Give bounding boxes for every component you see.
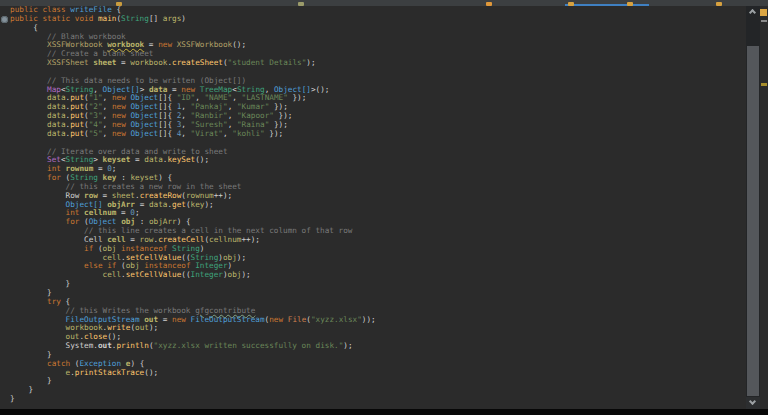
code-token: } xyxy=(10,350,52,359)
vertical-scrollbar[interactable] xyxy=(746,6,760,409)
code-token: "4" xyxy=(89,120,103,129)
scroll-down-button[interactable] xyxy=(746,397,760,409)
code-token: "Ranbir" xyxy=(191,111,228,120)
code-token: String xyxy=(191,253,219,262)
code-token: Object xyxy=(130,129,158,138)
code-token: { xyxy=(112,5,121,14)
code-token: data xyxy=(149,85,168,94)
code-token: setCellValue xyxy=(126,253,182,262)
code-token: ); xyxy=(343,341,352,350)
code-token: put xyxy=(70,129,84,138)
code-token: , xyxy=(228,120,237,129)
code-token: String xyxy=(70,173,98,182)
code-token: new xyxy=(112,102,131,111)
code-token: out xyxy=(98,341,112,350)
code-token: FileOutputStream xyxy=(10,315,144,324)
code-token: write xyxy=(107,323,130,332)
code-token: Integer xyxy=(195,261,227,270)
code-token: String xyxy=(121,14,149,23)
code-token: else if xyxy=(10,261,121,270)
code-token: "2" xyxy=(89,102,103,111)
code-token: { xyxy=(66,297,71,306)
scroll-up-button[interactable] xyxy=(746,6,760,18)
code-token: ); xyxy=(306,58,315,67)
code-token: > xyxy=(93,155,102,164)
code-token: new xyxy=(181,85,200,94)
code-token: obj xyxy=(126,261,140,270)
code-line: XSSFSheet sheet = workbook.createSheet("… xyxy=(10,59,746,68)
run-method-gutter-icon[interactable] xyxy=(1,16,8,23)
code-token: }); xyxy=(265,129,284,138)
code-token: // This data needs to be written (Object… xyxy=(10,76,246,85)
code-token: = xyxy=(93,164,107,173)
code-token: , xyxy=(232,93,241,102)
code-token: rownum xyxy=(186,191,214,200)
code-token: = xyxy=(144,40,158,49)
code-token: }); xyxy=(288,93,307,102)
warning-stripe-mark[interactable] xyxy=(761,83,767,86)
code-token: data xyxy=(10,120,66,129)
code-token: int xyxy=(10,208,84,217)
code-token: (( xyxy=(181,270,190,279)
code-token: cellnum xyxy=(84,208,116,217)
code-line: } xyxy=(10,386,746,395)
code-token: []{ xyxy=(158,129,177,138)
code-token: createCell xyxy=(158,235,204,244)
code-token: Object xyxy=(130,111,158,120)
code-token: = xyxy=(116,208,130,217)
code-token: Object[] xyxy=(103,85,140,94)
code-token: workbook xyxy=(130,58,167,67)
code-token: (); xyxy=(144,368,158,377)
code-token: ) { xyxy=(158,173,172,182)
code-token: "NAME" xyxy=(204,93,232,102)
code-token: obj xyxy=(223,253,237,262)
inspections-indicator-icon[interactable] xyxy=(760,9,767,16)
code-token: createSheet xyxy=(172,58,223,67)
code-token: sheet xyxy=(112,191,135,200)
code-token: = xyxy=(135,200,149,209)
code-token: Object[] xyxy=(274,85,311,94)
code-token: Integer xyxy=(191,270,223,279)
code-area[interactable]: public class writeFile {public static vo… xyxy=(0,6,746,409)
scrollbar-thumb[interactable] xyxy=(747,46,759,396)
code-token: "3" xyxy=(89,111,103,120)
code-token: ++); xyxy=(214,191,233,200)
code-token: ) xyxy=(228,261,233,270)
code-token: out xyxy=(144,315,158,324)
code-token: put xyxy=(70,120,84,129)
code-token: > xyxy=(140,85,149,94)
code-token: "Kumar" xyxy=(237,102,269,111)
chevron-up-icon xyxy=(749,9,756,16)
error-stripe[interactable] xyxy=(760,6,768,409)
code-token: } xyxy=(10,279,70,288)
code-token: println xyxy=(116,341,148,350)
code-token: , xyxy=(103,102,112,111)
code-token: "Suresh" xyxy=(191,120,228,129)
code-token: = xyxy=(116,58,130,67)
code-token: obj xyxy=(103,244,117,253)
code-token: , xyxy=(223,129,232,138)
code-token: obj xyxy=(121,217,135,226)
code-token: String xyxy=(66,85,94,94)
code-token: new xyxy=(172,315,191,324)
code-token: = xyxy=(158,315,172,324)
code-token: keySet xyxy=(167,155,195,164)
code-token: = xyxy=(98,191,112,200)
code-token: new xyxy=(112,93,131,102)
code-token: = xyxy=(167,85,181,94)
code-token: sheet xyxy=(93,58,116,67)
code-token: FileOutputStream xyxy=(191,315,265,324)
code-token: objArr xyxy=(107,200,135,209)
code-token: String xyxy=(66,155,94,164)
code-token: data xyxy=(10,102,66,111)
code-token: , xyxy=(228,111,237,120)
code-token: String xyxy=(237,85,265,94)
code-token: Object xyxy=(130,120,158,129)
code-token: System. xyxy=(10,341,98,350)
code-token: "student Details" xyxy=(228,58,307,67)
code-token: : xyxy=(117,173,131,182)
code-token: ); xyxy=(241,270,250,279)
code-token: out xyxy=(135,323,149,332)
code-token: "1" xyxy=(89,93,103,102)
code-token: new xyxy=(112,120,131,129)
